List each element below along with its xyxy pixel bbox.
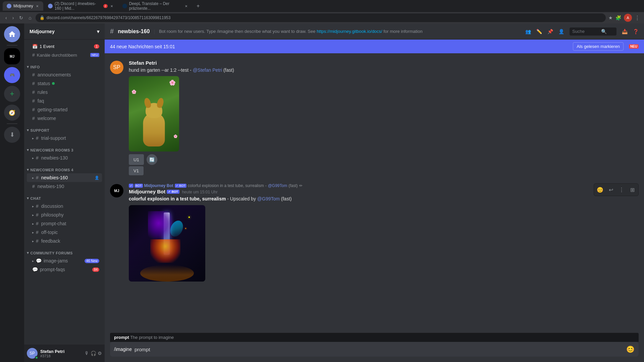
hash-icon: #: [32, 89, 35, 95]
profile-icon[interactable]: A: [624, 14, 632, 22]
expand-icon: ▸: [32, 239, 34, 243]
add-server-button[interactable]: +: [4, 86, 20, 102]
channel-philosophy[interactable]: ▸ # philosophy: [27, 210, 102, 219]
browse-channels-item[interactable]: # Kanäle durchstöbern NEU: [27, 51, 102, 59]
message-input[interactable]: [135, 343, 624, 356]
channel-newbies-130[interactable]: ▸ # newbies-130: [27, 154, 102, 162]
bot-author-name: Midjourney Bot ✓ BOT: [129, 189, 179, 194]
new-tab-button[interactable]: +: [193, 1, 204, 11]
channel-welcome[interactable]: # welcome: [27, 114, 102, 123]
hash-icon: #: [36, 230, 39, 235]
channel-header: # newbies-160 | Bot room for new users. …: [105, 23, 644, 40]
hash-icon: #: [36, 221, 39, 226]
address-bar[interactable]: 🔒 discord.com/channels/66226797698429747…: [36, 13, 606, 22]
message-stefan: SP Stefan Petri hund im garten --ar 1:2 …: [105, 59, 644, 177]
message-content-stefan: Stefan Petri hund im garten --ar 1:2 --t…: [129, 60, 639, 175]
tab-discord-newbies[interactable]: (2) Discord | #newbies-160 | Mid... 2 ✕: [44, 1, 118, 11]
apps-button[interactable]: ⊞: [628, 185, 637, 194]
add-member-icon[interactable]: 👤: [558, 29, 564, 34]
bookmarks-icon[interactable]: ★: [608, 15, 613, 20]
server-icon-midjourney[interactable]: MJ: [4, 48, 20, 64]
forward-button[interactable]: ›: [11, 14, 15, 22]
channel-label: getting-started: [38, 107, 68, 112]
category-label-support: SUPPORT: [31, 128, 50, 132]
channel-newbies-190[interactable]: # newbies-190: [27, 182, 102, 191]
channel-name: newbies-160: [118, 28, 150, 35]
message-image-explosion[interactable]: [129, 205, 639, 282]
search-input[interactable]: [572, 29, 599, 34]
hash-icon-header: #: [110, 27, 114, 35]
reply-button[interactable]: ↩: [606, 185, 615, 194]
avatar: SP: [27, 348, 38, 359]
tab-close-2[interactable]: ✕: [110, 4, 114, 9]
server-header[interactable]: Midjourney ▾: [24, 23, 105, 40]
channel-newbies-160[interactable]: ▸ # newbies-160 👤: [27, 173, 102, 182]
avatar-initials: SP: [30, 351, 35, 356]
settings-icon[interactable]: ⚙: [98, 351, 102, 356]
category-support[interactable]: ▾ SUPPORT: [24, 123, 105, 134]
header-divider: |: [154, 29, 155, 34]
members-icon[interactable]: 👥: [525, 29, 531, 34]
tab-deepl[interactable]: DeepL Translate – Der präziseste... ✕: [118, 1, 192, 11]
category-info[interactable]: ▾ INFO: [24, 59, 105, 70]
status-indicator: [52, 82, 55, 85]
category-newcomer3[interactable]: ▾ NEWCOMER ROOMS 3: [24, 142, 105, 154]
edit-icon[interactable]: ✏: [299, 183, 303, 188]
more-button[interactable]: ⋮: [617, 185, 626, 194]
channel-announcements[interactable]: # announcements: [27, 70, 102, 79]
channel-image-jams[interactable]: ▸ 💬 image-jams 46 New: [27, 256, 102, 265]
channel-discussion[interactable]: ▸ # discussion: [27, 202, 102, 210]
tab-close-3[interactable]: ✕: [184, 4, 188, 9]
channel-label: philosophy: [41, 212, 64, 218]
channel-rules[interactable]: # rules: [27, 88, 102, 97]
extensions-icon[interactable]: 🧩: [615, 15, 621, 20]
docs-link[interactable]: https://midjourney.gitbook.io/docs/: [317, 29, 382, 34]
headset-icon[interactable]: 🎧: [91, 351, 96, 356]
channel-trial-support[interactable]: ▸ # trial-support: [27, 134, 102, 142]
category-label: NEWCOMER ROOMS 3: [31, 148, 73, 152]
input-prefix: /imagine: [114, 347, 132, 352]
event-item[interactable]: 📅 1 Event 1: [27, 42, 102, 51]
category-chat[interactable]: ▾ CHAT: [24, 191, 105, 202]
chevron-down-icon: ▾: [97, 29, 99, 34]
channel-off-topic[interactable]: ▸ # off-topic: [27, 228, 102, 237]
explore-servers-button[interactable]: 🧭: [4, 105, 20, 121]
emoji-button[interactable]: 😊: [626, 345, 635, 353]
channel-prompt-chat[interactable]: ▸ # prompt-chat: [27, 219, 102, 228]
message-author-stefan: Stefan Petri: [129, 60, 157, 66]
category-newcomer4[interactable]: ▾ NEWCOMER ROOMS 4: [24, 162, 105, 173]
bot-name-inline: Midjourney Bot: [144, 183, 173, 188]
bot-badge: BOT: [135, 184, 143, 188]
category-community[interactable]: ▾ COMMUNITY FORUMS: [24, 245, 105, 256]
help-icon[interactable]: ❓: [633, 29, 639, 34]
search-box[interactable]: 🔍: [570, 27, 616, 36]
hash-icon: #: [36, 135, 39, 141]
mic-icon[interactable]: 🎙: [85, 351, 89, 356]
channel-sidebar: Midjourney ▾ 📅 1 Event 1 # Kanäle durchs…: [24, 23, 105, 362]
download-apps-button[interactable]: ⬇: [4, 127, 20, 143]
pin-icon[interactable]: 📌: [547, 29, 553, 34]
more-icon[interactable]: ⋮: [635, 15, 640, 21]
channel-feedback[interactable]: ▸ # feedback: [27, 237, 102, 245]
tab-close-midjourney[interactable]: ✕: [35, 4, 39, 9]
search-pencil-icon[interactable]: ✏️: [536, 29, 542, 34]
home-button[interactable]: ⌂: [27, 14, 33, 22]
mark-read-button[interactable]: Als gelesen markieren: [573, 42, 624, 51]
header-icons: 👥 ✏️ 📌 👤 🔍 📥 ❓: [525, 27, 639, 36]
tab-midjourney[interactable]: Midjourney ✕: [3, 1, 43, 11]
channel-getting-started[interactable]: # getting-started: [27, 105, 102, 114]
server-icon-2[interactable]: 🎮: [4, 67, 20, 83]
new-badge-image-jams: 46 New: [85, 259, 99, 263]
channel-faq[interactable]: # faq: [27, 97, 102, 105]
home-button[interactable]: [4, 26, 20, 42]
inbox-icon[interactable]: 📥: [622, 29, 628, 34]
channel-prompt-faqs[interactable]: 💬 prompt-faqs 84: [27, 265, 102, 274]
v1-button[interactable]: V1: [129, 166, 144, 175]
channel-status[interactable]: # status: [27, 79, 102, 88]
refresh-button[interactable]: 🔄: [147, 154, 157, 165]
hash-icon: #: [36, 175, 39, 180]
u1-button[interactable]: U1: [129, 154, 144, 165]
reload-button[interactable]: ↻: [18, 14, 24, 22]
react-button[interactable]: 😊: [595, 185, 605, 194]
back-button[interactable]: ‹: [4, 14, 8, 22]
